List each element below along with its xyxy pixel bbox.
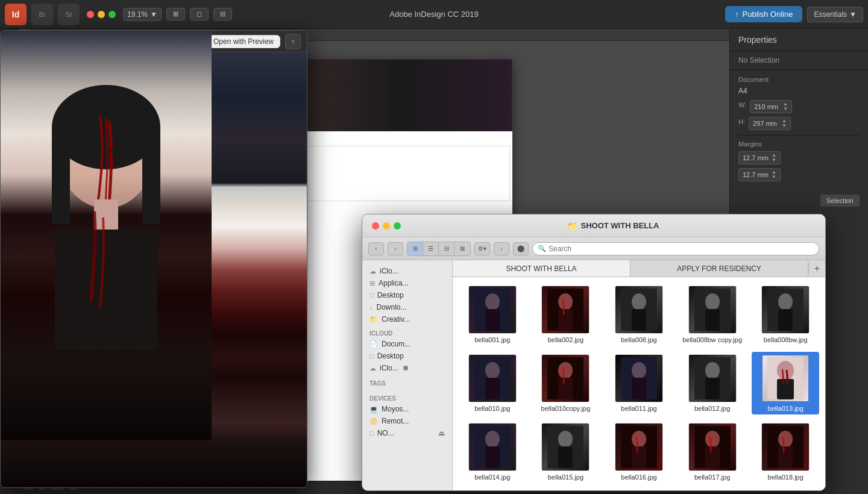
- publish-online-button[interactable]: ↑ Publish Online: [725, 6, 802, 22]
- list-item[interactable]: bella013.jpg: [752, 352, 819, 414]
- margin-row-1: 12.7 mm ▲ ▼: [738, 151, 860, 164]
- list-item[interactable]: bella002.jpg: [532, 283, 600, 346]
- selection-tab[interactable]: Selection: [820, 195, 860, 207]
- margin-field-2[interactable]: 12.7 mm ▲ ▼: [738, 168, 781, 181]
- sidebar-item-applications[interactable]: ⊞ Applica...: [362, 277, 452, 289]
- essentials-arrow-icon: ▼: [849, 10, 857, 19]
- finder-forward-button[interactable]: ›: [388, 242, 403, 255]
- svg-rect-20: [705, 309, 720, 331]
- list-item[interactable]: bella016.jpg: [605, 421, 673, 483]
- sidebar-item-no[interactable]: □ NO... ⏏: [362, 427, 452, 439]
- cloud-icon: ☁: [370, 267, 376, 275]
- open-with-preview-button[interactable]: Open with Preview: [207, 35, 280, 48]
- list-item[interactable]: bella008.jpg: [605, 283, 673, 346]
- svg-rect-47: [632, 446, 646, 468]
- tags-section: Tags: [362, 377, 452, 393]
- icloud-section: iCloud 📄 Docum... □ Desktop ☁ iClo...: [362, 328, 452, 377]
- sidebar-item-icloud-drive[interactable]: ☁ iClo...: [362, 362, 452, 374]
- tools-icon: ⊟: [220, 10, 225, 18]
- indesign-icon: Id: [5, 4, 27, 25]
- width-spinners: ▲ ▼: [783, 102, 788, 111]
- sidebar-item-moyos[interactable]: 💻 Moyos...: [362, 403, 452, 415]
- svg-point-31: [632, 362, 646, 379]
- finder-file-grid: bella001.jpgbella002.jpgbella008.jpgbell…: [459, 283, 819, 483]
- finder-share-button[interactable]: ↑: [494, 242, 509, 255]
- finder-column-view-button[interactable]: ⊟: [439, 242, 454, 255]
- finder-close-button[interactable]: [372, 222, 379, 230]
- layout-btn[interactable]: ⊞: [166, 8, 185, 20]
- finder-search-input[interactable]: [549, 245, 814, 253]
- sidebar-item-desktop[interactable]: □ Desktop: [362, 289, 452, 301]
- svg-rect-29: [558, 378, 573, 399]
- finder-minimize-button[interactable]: [383, 222, 390, 230]
- document-label: Document: [738, 76, 860, 83]
- height-field[interactable]: 297 mm ▲ ▼: [749, 117, 791, 130]
- sidebar-item-downloads[interactable]: ↓ Downlo...: [362, 301, 452, 313]
- svg-rect-35: [705, 378, 720, 399]
- list-item[interactable]: bella015.jpg: [532, 421, 600, 483]
- list-item[interactable]: bella001.jpg: [459, 283, 526, 346]
- zoom-selector[interactable]: 19.1% ▼: [123, 8, 162, 21]
- finder-tab-add-button[interactable]: +: [808, 263, 825, 274]
- list-item[interactable]: bella012.jpg: [679, 352, 746, 414]
- list-item[interactable]: bella010.jpg: [459, 352, 526, 414]
- finder-view-group: ⊞ ☰ ⊟ ⊠: [407, 242, 471, 256]
- finder-back-button[interactable]: ‹: [368, 242, 384, 255]
- download-icon: ↓: [370, 304, 373, 311]
- device-icon: □: [370, 430, 374, 437]
- sidebar-item-desktop-icloud[interactable]: □ Desktop: [362, 350, 452, 362]
- minimize-button[interactable]: [98, 11, 105, 18]
- svg-rect-32: [632, 378, 646, 399]
- list-item[interactable]: bella017.jpg: [679, 421, 746, 483]
- finder-sidebar: ☁ iClo... ⊞ Applica... □ Desktop ↓ Downl…: [362, 260, 453, 490]
- tags-label: Tags: [370, 380, 445, 387]
- finder-gallery-view-button[interactable]: ⊠: [454, 242, 470, 255]
- essentials-button[interactable]: Essentials ▼: [807, 7, 863, 22]
- finder-list-view-button[interactable]: ☰: [423, 242, 439, 255]
- sidebar-item-remote[interactable]: 📀 Remot...: [362, 415, 452, 427]
- sidebar-item-creative[interactable]: 📁 Creativ...: [362, 313, 452, 325]
- maximize-button[interactable]: [108, 11, 116, 18]
- margin-field-1[interactable]: 12.7 mm ▲ ▼: [738, 151, 781, 164]
- list-item[interactable]: bella018.jpg: [752, 421, 819, 483]
- svg-point-22: [778, 293, 793, 310]
- sidebar-item-documents[interactable]: 📄 Docum...: [362, 338, 452, 350]
- margin1-down[interactable]: ▼: [772, 158, 776, 163]
- svg-rect-3: [52, 127, 70, 224]
- cloud2-icon: ☁: [370, 364, 376, 372]
- list-item[interactable]: bella014.jpg: [459, 421, 526, 483]
- finder-window: 📁 SHOOT WITH BELLA ‹ › ⊞ ☰ ⊟ ⊠ ⚙ ▾ ↑ ⬤ 🔍…: [362, 214, 826, 491]
- sidebar-item-icloud[interactable]: ☁ iClo...: [362, 265, 452, 277]
- icloud-label: iCloud: [362, 328, 452, 338]
- finder-icon-view-button[interactable]: ⊞: [407, 242, 423, 255]
- tools-btn[interactable]: ⊟: [213, 8, 232, 20]
- list-item[interactable]: bella008bw copy.jpg: [679, 283, 746, 346]
- close-button[interactable]: [87, 11, 94, 18]
- list-item[interactable]: bella011.jpg: [605, 352, 673, 414]
- svg-point-25: [485, 362, 500, 379]
- svg-point-46: [632, 431, 646, 448]
- finder-maximize-button[interactable]: [394, 222, 401, 230]
- finder-search-container[interactable]: 🔍: [532, 242, 819, 255]
- preview-share-button[interactable]: ↑: [285, 34, 301, 49]
- height-down[interactable]: ▼: [782, 124, 787, 128]
- finder-tab-shoot[interactable]: SHOOT WITH BELLA: [453, 260, 631, 277]
- list-item[interactable]: bella008bw.jpg: [752, 283, 819, 346]
- margins-label: Margins: [738, 140, 860, 148]
- width-row: W: 210 mm ▲ ▼: [738, 100, 860, 113]
- width-field[interactable]: 210 mm ▲ ▼: [750, 100, 792, 113]
- preview-window: bella013.jpg Open with Preview ↑: [0, 30, 307, 488]
- layout-icon: ⊞: [173, 10, 178, 18]
- view-btn[interactable]: ◻: [190, 8, 209, 20]
- finder-action-button[interactable]: ⚙ ▾: [474, 242, 490, 255]
- svg-point-13: [558, 293, 573, 310]
- finder-tab-apply[interactable]: APPLY FOR RESIDENCY: [631, 260, 808, 277]
- finder-title: 📁 SHOOT WITH BELLA: [408, 221, 818, 231]
- finder-content[interactable]: bella001.jpgbella002.jpgbella008.jpgbell…: [453, 277, 825, 490]
- finder-tag-button[interactable]: ⬤: [513, 242, 529, 255]
- document-section: Document A4 W: 210 mm ▲ ▼ H: 297 mm ▲ ▼: [730, 70, 868, 191]
- margin2-down[interactable]: ▼: [772, 175, 776, 180]
- list-item[interactable]: bella010copy.jpg: [532, 352, 600, 414]
- width-down[interactable]: ▼: [783, 107, 788, 111]
- zoom-value: 19.1%: [127, 10, 148, 19]
